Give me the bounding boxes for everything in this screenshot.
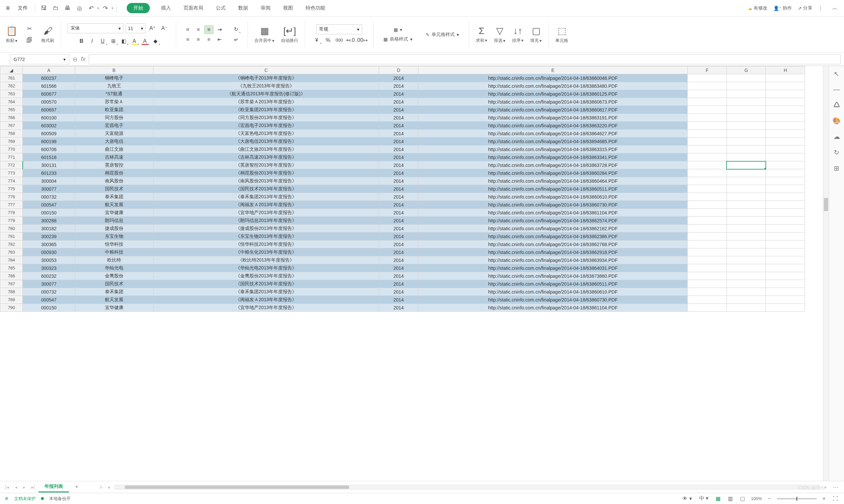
cell[interactable]: 《九牧王2013年年度报告》 [153, 82, 379, 90]
cell[interactable]: http://static.cninfo.com.cn/finalpage/20… [418, 256, 688, 264]
cell[interactable]: 桐昆股份 [75, 169, 153, 177]
clear-format-icon[interactable]: ◆ [150, 37, 160, 46]
cell[interactable] [688, 145, 727, 154]
row-header[interactable]: 779 [0, 217, 23, 224]
cell[interactable]: 《铜峰电子2013年年度报告》 [153, 74, 379, 82]
cell[interactable]: 2014 [379, 106, 418, 114]
cell[interactable]: 2014 [379, 296, 418, 304]
cell[interactable]: http://static.cninfo.com.cn/finalpage/20… [418, 138, 688, 145]
row-header[interactable]: 785 [0, 264, 23, 272]
cell[interactable]: 《金鹰股份2013年年度报告》 [153, 272, 379, 280]
cell[interactable]: http://static.cninfo.com.cn/finalpage/20… [418, 169, 688, 177]
row-header[interactable]: 771 [0, 154, 23, 161]
cell[interactable] [688, 217, 727, 224]
cell[interactable] [726, 217, 766, 224]
cell[interactable] [766, 90, 805, 98]
cell[interactable]: 2014 [379, 304, 418, 312]
cell[interactable]: 天富能源 [75, 130, 153, 138]
cell[interactable] [726, 233, 766, 240]
bold-icon[interactable]: B [76, 37, 87, 46]
cell[interactable]: 曲江文旅 [75, 145, 153, 154]
cell[interactable]: 国民技术 [75, 280, 153, 288]
cell[interactable]: 2014 [379, 233, 418, 240]
cell[interactable]: http://static.cninfo.com.cn/finalpage/20… [418, 106, 688, 114]
backup-icon[interactable]: ☁ [833, 132, 840, 141]
cell[interactable]: 吉林高速 [75, 154, 153, 161]
cell[interactable]: 2014 [379, 280, 418, 288]
cell[interactable]: 《泰禾集团2013年年度报告》 [153, 288, 379, 296]
cell[interactable]: http://static.cninfo.com.cn/finalpage/20… [418, 288, 688, 296]
conditional-format-button[interactable]: ▦ ▾ [390, 26, 406, 34]
cell[interactable]: 2014 [379, 217, 418, 224]
cell[interactable]: http://static.cninfo.com.cn/finalpage/20… [418, 114, 688, 122]
cell[interactable] [688, 177, 727, 185]
cell[interactable]: 2014 [379, 177, 418, 185]
cell[interactable]: http://static.cninfo.com.cn/finalpage/20… [418, 296, 688, 304]
zoom-in-icon[interactable]: + [821, 495, 827, 502]
cell[interactable]: 宏昌电子 [75, 122, 153, 130]
highlight-icon[interactable]: A [129, 37, 139, 46]
currency-icon[interactable]: ¥ [312, 36, 322, 45]
cell[interactable]: 000547 [23, 201, 75, 209]
cell[interactable]: http://static.cninfo.com.cn/finalpage/20… [418, 209, 688, 217]
cell[interactable]: http://static.cninfo.com.cn/finalpage/20… [418, 193, 688, 201]
cell[interactable]: 2014 [379, 272, 418, 280]
cell[interactable]: 300323 [23, 264, 75, 272]
align-left-icon[interactable]: ≡ [183, 35, 193, 44]
backup-status[interactable]: 本地备份开 [49, 496, 71, 502]
cell[interactable]: 《捷成股份2013年年度报告》 [153, 224, 379, 233]
has-changes-indicator[interactable]: ☁有修改 [748, 5, 768, 11]
cell[interactable]: 600706 [23, 145, 75, 154]
cell[interactable]: 300365 [23, 240, 75, 248]
cell[interactable]: 601518 [23, 154, 75, 161]
settings-icon[interactable]: 🎨 [832, 117, 841, 125]
cell[interactable] [688, 240, 727, 248]
cell[interactable]: 2014 [379, 122, 418, 130]
cell[interactable] [688, 272, 727, 280]
cell[interactable]: 中粮科技 [75, 248, 153, 256]
row-header[interactable]: 788 [0, 288, 23, 296]
add-sheet-icon[interactable]: + [71, 484, 83, 490]
col-header-A[interactable]: A [23, 66, 75, 74]
cell[interactable]: http://static.cninfo.com.cn/finalpage/20… [418, 82, 688, 90]
prev-sheet-icon[interactable]: ◂ [13, 484, 19, 490]
cell[interactable]: http://static.cninfo.com.cn/finalpage/20… [418, 248, 688, 256]
cell[interactable] [766, 138, 805, 145]
cell[interactable]: 捷成股份 [75, 224, 153, 233]
row-header[interactable]: 770 [0, 145, 23, 154]
cell[interactable]: 泰禾集团 [75, 288, 153, 296]
cell[interactable]: 600677 [23, 90, 75, 98]
cell[interactable] [726, 90, 766, 98]
cell[interactable]: http://static.cninfo.com.cn/finalpage/20… [418, 272, 688, 280]
line-icon[interactable]: ― [833, 86, 840, 93]
cell[interactable] [726, 280, 766, 288]
cell[interactable]: 2014 [379, 154, 418, 161]
tab-review[interactable]: 审阅 [259, 3, 272, 13]
cell[interactable]: 金鹰股份 [75, 272, 153, 280]
format-painter-button[interactable]: 🖌格式刷 [39, 24, 56, 45]
redo-dropdown-icon[interactable]: ▾ [111, 6, 113, 10]
vertical-scrollbar[interactable] [823, 66, 829, 481]
cell[interactable] [766, 74, 805, 82]
formula-input[interactable] [89, 54, 841, 64]
undo-icon[interactable]: ↶ [86, 3, 97, 14]
col-header-B[interactable]: B [75, 66, 153, 74]
cell[interactable]: 603002 [23, 122, 75, 130]
cell[interactable]: 《曲江文旅2013年年度报告》 [153, 145, 379, 154]
cell[interactable]: 600198 [23, 138, 75, 145]
cell[interactable]: 600100 [23, 114, 75, 122]
cell[interactable]: 2014 [379, 248, 418, 256]
row-header[interactable]: 781 [0, 233, 23, 240]
italic-icon[interactable]: I [87, 37, 97, 46]
cell[interactable]: 2014 [379, 74, 418, 82]
cell[interactable]: http://static.cninfo.com.cn/finalpage/20… [418, 233, 688, 240]
cell[interactable]: 国民技术 [75, 185, 153, 193]
select-all-corner[interactable]: ◢ [0, 66, 23, 74]
decrease-decimal-icon[interactable]: .00↦ [357, 36, 366, 45]
font-color-icon[interactable]: A [140, 37, 150, 46]
row-header[interactable]: 775 [0, 185, 23, 193]
cell[interactable]: 2014 [379, 169, 418, 177]
cell[interactable]: 恒华科技 [75, 240, 153, 248]
cell[interactable] [766, 248, 805, 256]
cell[interactable]: 2014 [379, 145, 418, 154]
